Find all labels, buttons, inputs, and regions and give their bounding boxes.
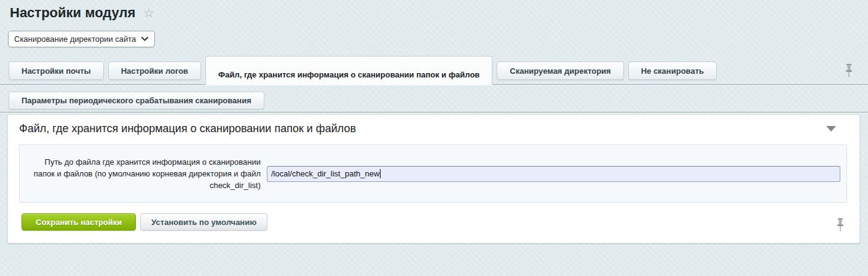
module-select-value: Сканирование директории сайта	[14, 34, 136, 44]
settings-panel: Файл, где хранится информация о сканиров…	[7, 114, 860, 243]
tab-scan-info-file[interactable]: Файл, где хранится информация о сканиров…	[205, 56, 492, 85]
tab-label: Настройки почты	[22, 66, 91, 76]
path-input-value: /local/check_dir_list_path_new	[271, 169, 379, 178]
tab-label: Сканируемая директория	[510, 66, 610, 76]
tab-do-not-scan[interactable]: Не сканировать	[628, 61, 717, 80]
section-title: Файл, где хранится информация о сканиров…	[19, 122, 356, 135]
module-select[interactable]: Сканирование директории сайта	[8, 31, 155, 47]
buttons-row: Сохранить настройки Установить по умолча…	[22, 213, 847, 231]
field-label: Путь до файла где хранится информация о …	[23, 156, 261, 191]
pin-icon[interactable]	[836, 218, 845, 235]
tab-scanned-directory[interactable]: Сканируемая директория	[497, 61, 623, 80]
save-settings-button[interactable]: Сохранить настройки	[22, 213, 136, 231]
path-input[interactable]: /local/check_dir_list_path_new	[267, 166, 840, 182]
chevron-down-icon	[141, 37, 148, 41]
tab-mail-settings[interactable]: Настройки почты	[9, 61, 104, 80]
tabs-row-1: Настройки почты Настройки логов Файл, гд…	[0, 55, 868, 85]
tab-periodic-scan-params[interactable]: Параметры периодического срабатывания ск…	[9, 92, 264, 109]
collapse-arrow-icon[interactable]	[826, 126, 836, 132]
tab-log-settings[interactable]: Настройки логов	[108, 61, 201, 80]
field-row: Путь до файла где хранится информация о …	[19, 144, 847, 203]
set-default-button[interactable]: Установить по умолчанию	[140, 213, 267, 231]
page-title: Настройки модуля	[10, 5, 135, 21]
tab-label: Файл, где хранится информация о сканиров…	[218, 70, 479, 79]
tab-label: Параметры периодического срабатывания ск…	[22, 96, 251, 105]
tab-label: Не сканировать	[641, 66, 704, 76]
text-caret	[380, 169, 381, 178]
tab-label: Настройки логов	[121, 66, 188, 76]
pin-icon[interactable]	[845, 63, 853, 81]
section-header[interactable]: Файл, где хранится информация о сканиров…	[19, 122, 847, 135]
favorite-star-icon[interactable]: ☆	[143, 7, 154, 19]
tabs-row-2: Параметры периодического срабатывания ск…	[0, 92, 868, 112]
